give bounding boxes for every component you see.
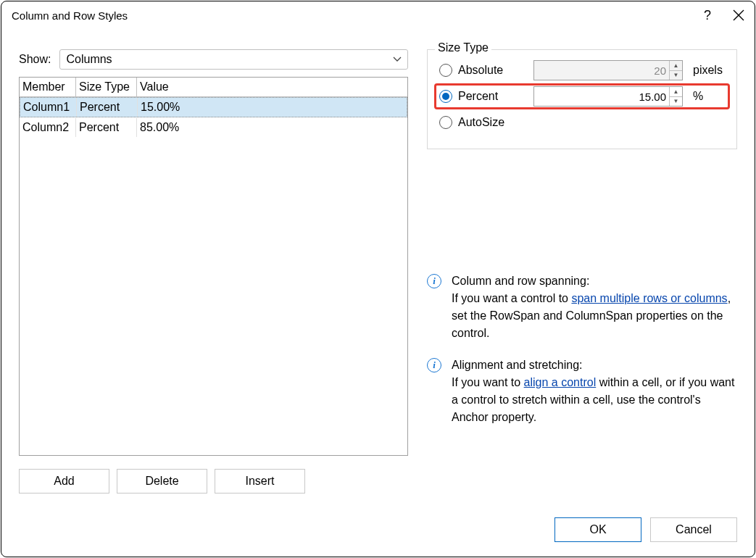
spinner-down-icon[interactable]: ▼ [670, 97, 682, 107]
info-spanning-heading: Column and row spanning: [452, 275, 589, 287]
percent-value: 15.00 [534, 87, 669, 106]
table-row[interactable]: Column2 Percent 85.00% [20, 117, 407, 138]
table-header: Member Size Type Value [20, 78, 407, 97]
right-panel: Size Type Absolute 20 ▲ ▼ pixels [427, 49, 737, 426]
show-label: Show: [19, 53, 51, 66]
autosize-label: AutoSize [458, 116, 522, 129]
absolute-radio[interactable] [439, 64, 452, 77]
size-type-label: Size Type [435, 41, 491, 54]
absolute-value: 20 [534, 61, 669, 80]
cell-type: Percent [76, 118, 137, 137]
info-spanning: i Column and row spanning: If you want a… [427, 272, 737, 342]
percent-input[interactable]: 15.00 ▲ ▼ [533, 86, 683, 107]
content-area: Show: Columns Member Size Type Value [1, 35, 755, 557]
info-icon: i [427, 358, 441, 372]
table-body: Column1 Percent 15.00% Column2 Percent 8… [20, 97, 407, 138]
percent-row: Percent 15.00 ▲ ▼ % [434, 83, 730, 109]
absolute-spinner[interactable]: ▲ ▼ [669, 61, 682, 80]
cell-member: Column2 [20, 118, 76, 137]
percent-spinner[interactable]: ▲ ▼ [669, 87, 682, 106]
absolute-row: Absolute 20 ▲ ▼ pixels [439, 57, 725, 83]
show-dropdown[interactable]: Columns [59, 49, 408, 70]
header-sizetype[interactable]: Size Type [76, 78, 137, 96]
delete-button[interactable]: Delete [117, 469, 207, 494]
cell-value: 85.00% [137, 118, 407, 137]
main-layout: Show: Columns Member Size Type Value [19, 49, 737, 494]
info-alignment-heading: Alignment and stretching: [452, 359, 583, 371]
header-value[interactable]: Value [137, 78, 407, 96]
table-row[interactable]: Column1 Percent 15.00% [20, 97, 407, 117]
info-alignment: i Alignment and stretching: If you want … [427, 357, 737, 426]
cell-value: 15.00% [138, 98, 407, 117]
absolute-label: Absolute [458, 64, 522, 77]
dialog-buttons: OK Cancel [554, 517, 737, 542]
autosize-radio[interactable] [439, 116, 452, 129]
autosize-row: AutoSize [439, 109, 725, 136]
show-row: Show: Columns [19, 49, 408, 70]
spinner-down-icon[interactable]: ▼ [670, 71, 682, 80]
info-spanning-pre: If you want a control to [452, 292, 571, 304]
insert-button[interactable]: Insert [215, 469, 305, 494]
members-table[interactable]: Member Size Type Value Column1 Percent 1… [19, 77, 408, 456]
percent-radio[interactable] [439, 90, 452, 103]
percent-label: Percent [458, 90, 522, 103]
info-alignment-pre: If you want to [452, 376, 524, 388]
dialog-window: Column and Row Styles ? Show: Columns [1, 1, 755, 557]
align-control-link[interactable]: align a control [524, 376, 597, 388]
header-member[interactable]: Member [20, 78, 76, 96]
titlebar: Column and Row Styles ? [1, 1, 755, 26]
percent-unit: % [693, 90, 725, 103]
titlebar-controls: ? [704, 9, 744, 22]
span-rows-columns-link[interactable]: span multiple rows or columns [571, 292, 727, 304]
close-icon [733, 9, 744, 21]
size-type-group: Size Type Absolute 20 ▲ ▼ pixels [427, 49, 737, 149]
chevron-down-icon [393, 57, 402, 62]
show-dropdown-value: Columns [66, 53, 112, 66]
info-icon: i [427, 274, 441, 288]
action-buttons: Add Delete Insert [19, 469, 408, 494]
add-button[interactable]: Add [19, 469, 109, 494]
cell-member: Column1 [20, 98, 77, 117]
info-spanning-text: Column and row spanning: If you want a c… [452, 272, 737, 342]
absolute-input[interactable]: 20 ▲ ▼ [533, 60, 683, 80]
spinner-up-icon[interactable]: ▲ [670, 87, 682, 97]
close-button[interactable] [733, 9, 744, 21]
cell-type: Percent [77, 98, 138, 117]
help-button[interactable]: ? [704, 9, 711, 22]
spinner-up-icon[interactable]: ▲ [670, 61, 682, 71]
window-title: Column and Row Styles [12, 9, 128, 22]
absolute-unit: pixels [693, 64, 725, 77]
info-alignment-text: Alignment and stretching: If you want to… [452, 357, 737, 426]
ok-button[interactable]: OK [554, 517, 641, 542]
info-section: i Column and row spanning: If you want a… [427, 272, 737, 426]
left-panel: Show: Columns Member Size Type Value [19, 49, 408, 494]
cancel-button[interactable]: Cancel [650, 517, 737, 542]
